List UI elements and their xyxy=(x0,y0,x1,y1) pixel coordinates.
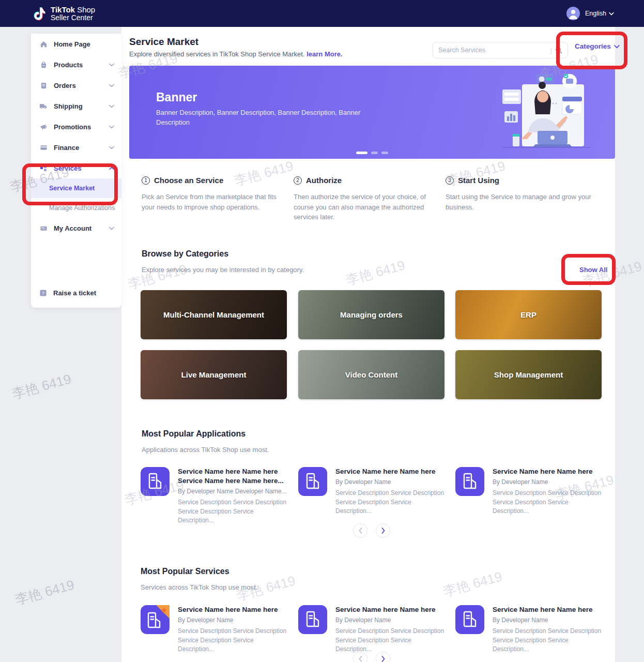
categories-dropdown[interactable]: Categories xyxy=(575,42,620,50)
step-start-using: 3Start Using Start using the Service to … xyxy=(446,176,596,212)
service-building-icon xyxy=(141,467,170,496)
browse-categories-title: Browse by Categories xyxy=(142,249,228,259)
sidebar-item-label: Orders xyxy=(54,82,109,89)
banner-title: Banner xyxy=(156,91,197,104)
category-label: Live Management xyxy=(161,368,267,382)
step-title: Start Using xyxy=(458,176,499,185)
service-developer: By Developer Name xyxy=(493,478,603,486)
sidebar-item-finance[interactable]: Finance xyxy=(31,137,121,158)
banner-dot-1[interactable] xyxy=(356,152,367,154)
step-authorize: 2Authorize Then authorize the service of… xyxy=(294,176,432,222)
category-card-video-content[interactable]: Video Content xyxy=(298,350,444,399)
sidebar-item-label: Products xyxy=(54,61,109,69)
step-choose-service: 1Choose an Service Pick an Service from … xyxy=(142,176,282,212)
service-building-icon xyxy=(298,467,327,496)
banner-dot-3[interactable] xyxy=(381,152,388,154)
bag-icon xyxy=(39,61,48,69)
search-input[interactable] xyxy=(438,47,550,54)
chevron-down-icon xyxy=(109,125,114,129)
tiktok-shop-logo[interactable]: TikTok Shop Seller Center xyxy=(31,5,95,22)
main-content: Service Market Explore diversified servi… xyxy=(121,27,615,662)
category-card-managing-orders[interactable]: Managing orders xyxy=(298,290,444,339)
sidebar-item-label: My Account xyxy=(54,224,109,232)
sidebar-item-orders[interactable]: Orders xyxy=(31,75,121,96)
chevron-down-icon xyxy=(109,227,114,230)
service-building-icon xyxy=(455,605,484,634)
app-card[interactable]: Service Name here Name here By Developer… xyxy=(455,467,603,516)
user-area: English xyxy=(566,7,614,20)
step-body: Start using the Service to manage and gr… xyxy=(446,192,596,212)
megaphone-icon xyxy=(39,123,48,131)
logo-shop: Shop xyxy=(75,5,95,14)
logo-text: TikTok Shop Seller Center xyxy=(51,6,95,21)
chevron-down-icon xyxy=(109,63,114,67)
sidebar-item-promotions[interactable]: Promotions xyxy=(31,116,121,137)
sidebar-subitem-manage-authorizations[interactable]: Manage Authorizations xyxy=(31,198,121,218)
question-icon: ? xyxy=(39,289,47,297)
service-card[interactable]: Service Name here Name here By Developer… xyxy=(141,605,288,654)
sidebar-item-my-account[interactable]: My Account xyxy=(31,218,121,238)
category-card-shop-management[interactable]: Shop Management xyxy=(455,350,602,399)
service-title: Service Name here Name here xyxy=(178,605,288,614)
chevron-down-icon xyxy=(609,12,614,16)
category-card-multi-channel[interactable]: Multi-Channel Management xyxy=(141,290,287,339)
step-number: 1 xyxy=(142,176,150,185)
prev-page-button[interactable] xyxy=(353,523,367,538)
sidebar-item-services[interactable]: Services xyxy=(31,158,121,178)
step-title: Choose an Service xyxy=(154,176,223,185)
category-label: Shop Management xyxy=(473,368,584,382)
service-description: Service Description Service Description … xyxy=(335,627,446,654)
banner-carousel[interactable]: Banner Banner Description, Banner Descri… xyxy=(129,66,615,159)
language-selector[interactable]: English xyxy=(585,10,614,17)
service-building-icon-starred xyxy=(141,605,170,634)
app-card[interactable]: Service Name here Name here Service Name… xyxy=(141,467,288,525)
banner-illustration xyxy=(492,70,601,155)
popular-services-title: Most Popular Services xyxy=(141,567,229,576)
service-description: Service Description Service Description … xyxy=(178,627,288,654)
step-body: Then authorize the service of your choic… xyxy=(294,192,432,222)
sidebar-item-products[interactable]: Products xyxy=(31,54,121,75)
raise-ticket-button[interactable]: ? Raise a ticket xyxy=(31,283,121,303)
sidebar-subitem-service-market[interactable]: Service Market xyxy=(31,178,121,198)
banner-dot-2[interactable] xyxy=(371,152,378,154)
service-developer: By Developer Name xyxy=(335,478,446,486)
logo-seller-center: Seller Center xyxy=(51,14,95,22)
service-card[interactable]: Service Name here Name here By Developer… xyxy=(298,605,446,654)
truck-icon xyxy=(39,102,48,110)
home-icon xyxy=(39,40,48,48)
sidebar-item-label: Finance xyxy=(54,144,109,152)
next-page-button[interactable] xyxy=(376,652,390,662)
step-number: 3 xyxy=(446,176,454,185)
search-box: | xyxy=(433,42,568,58)
service-card[interactable]: Service Name here Name here By Developer… xyxy=(455,605,603,654)
sidebar-item-label: Home Page xyxy=(54,40,114,48)
next-page-button[interactable] xyxy=(376,523,390,538)
top-bar: TikTok Shop Seller Center English xyxy=(0,0,644,27)
popular-apps-title: Most Popular Applications xyxy=(142,429,246,439)
category-card-live-management[interactable]: Live Management xyxy=(141,350,287,399)
service-developer: By Developer Name xyxy=(493,616,603,624)
service-description: Service Description Service Description … xyxy=(493,627,603,654)
prev-page-button[interactable] xyxy=(353,652,367,662)
sidebar-item-home[interactable]: Home Page xyxy=(31,34,121,54)
person-icon xyxy=(566,7,580,20)
service-title: Service Name here Name here xyxy=(493,467,603,476)
sidebar-item-label: Promotions xyxy=(54,123,109,131)
services-pager xyxy=(353,652,390,662)
watermark: 李艳 6419 xyxy=(10,370,73,403)
tiktok-note-icon xyxy=(31,5,47,22)
show-all-link[interactable]: Show All xyxy=(579,266,607,274)
search-icon[interactable] xyxy=(555,47,562,54)
service-developer: By Developer Name xyxy=(335,616,446,624)
sidebar-item-shipping[interactable]: Shipping xyxy=(31,96,121,116)
banner-description: Banner Description, Banner Description, … xyxy=(156,108,363,128)
category-label: Multi-Channel Management xyxy=(143,308,285,322)
app-card[interactable]: Service Name here Name here By Developer… xyxy=(298,467,446,516)
learn-more-link[interactable]: learn More. xyxy=(306,50,342,58)
category-card-erp[interactable]: ERP xyxy=(455,290,602,339)
service-title: Service Name here Name here Service Name… xyxy=(178,467,288,486)
avatar[interactable] xyxy=(566,7,580,20)
logo-tiktok: TikTok xyxy=(51,5,75,14)
service-title: Service Name here Name here xyxy=(335,605,446,614)
card-icon xyxy=(39,143,48,152)
